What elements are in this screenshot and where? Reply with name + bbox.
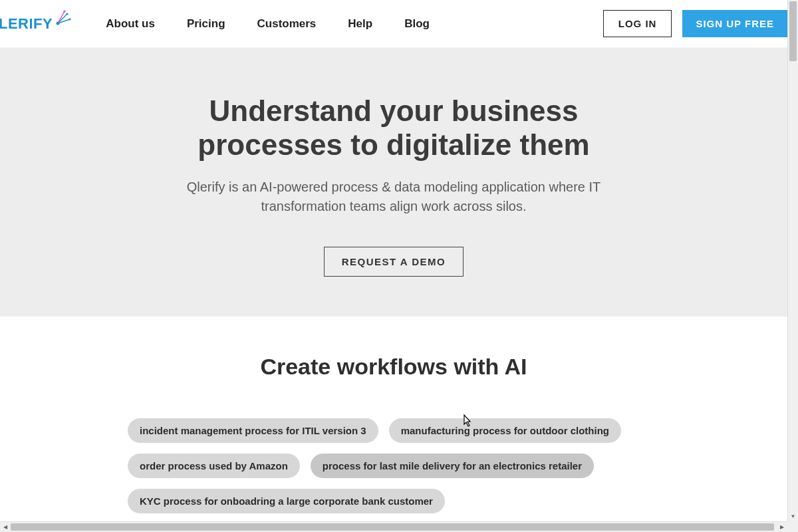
- workflow-carousel: incident management process for ITIL ver…: [55, 402, 733, 521]
- primary-nav: About us Pricing Customers Help Blog: [106, 17, 430, 31]
- nav-customers[interactable]: Customers: [257, 17, 317, 31]
- workflow-chip[interactable]: KYC process for onboadring a large corpo…: [128, 489, 445, 513]
- vertical-scrollbar-thumb[interactable]: [789, 1, 797, 61]
- workflow-chip[interactable]: process for last mile delivery for an el…: [311, 454, 594, 478]
- brand-name: LERIFY: [0, 15, 53, 33]
- brand-logo[interactable]: LERIFY: [0, 15, 72, 33]
- vertical-scrollbar[interactable]: ▼: [787, 0, 798, 521]
- workflows-section: Create workflows with AI incident manage…: [0, 317, 787, 521]
- scroll-down-arrow-icon[interactable]: ▼: [788, 511, 798, 521]
- workflow-chip[interactable]: incident management process for ITIL ver…: [128, 418, 378, 443]
- svg-point-4: [66, 13, 68, 15]
- workflow-chip-list: incident management process for ITIL ver…: [128, 418, 660, 521]
- workflow-chip[interactable]: manufacturing process for outdoor clothi…: [389, 418, 621, 443]
- brand-mark-icon: [54, 10, 72, 29]
- nav-blog[interactable]: Blog: [404, 17, 430, 31]
- nav-help[interactable]: Help: [348, 17, 372, 31]
- site-header: LERIFY About us Pricing Customers Help B…: [0, 0, 787, 48]
- hero-section: Understand your business processes to di…: [0, 48, 787, 317]
- signup-button[interactable]: SIGN UP FREE: [682, 10, 787, 37]
- workflows-title: Create workflows with AI: [13, 354, 774, 380]
- scroll-left-arrow-icon[interactable]: ◀: [0, 522, 11, 532]
- workflow-chip[interactable]: order process used by Amazon: [128, 454, 300, 478]
- horizontal-scrollbar[interactable]: ◀ ▶: [0, 521, 787, 532]
- horizontal-scrollbar-thumb[interactable]: [11, 523, 774, 531]
- request-demo-button[interactable]: REQUEST A DEMO: [324, 247, 464, 277]
- nav-about[interactable]: About us: [106, 17, 155, 31]
- scroll-right-arrow-icon[interactable]: ▶: [777, 522, 787, 532]
- hero-title: Understand your business processes to di…: [141, 94, 646, 162]
- nav-pricing[interactable]: Pricing: [187, 17, 225, 31]
- workflow-examples-panel: incident management process for ITIL ver…: [121, 402, 666, 521]
- svg-point-6: [64, 10, 66, 12]
- login-button[interactable]: LOG IN: [603, 10, 672, 37]
- svg-point-5: [69, 18, 71, 20]
- hero-subtitle: Qlerify is an AI-powered process & data …: [161, 178, 626, 216]
- scrollbar-corner: [787, 521, 798, 532]
